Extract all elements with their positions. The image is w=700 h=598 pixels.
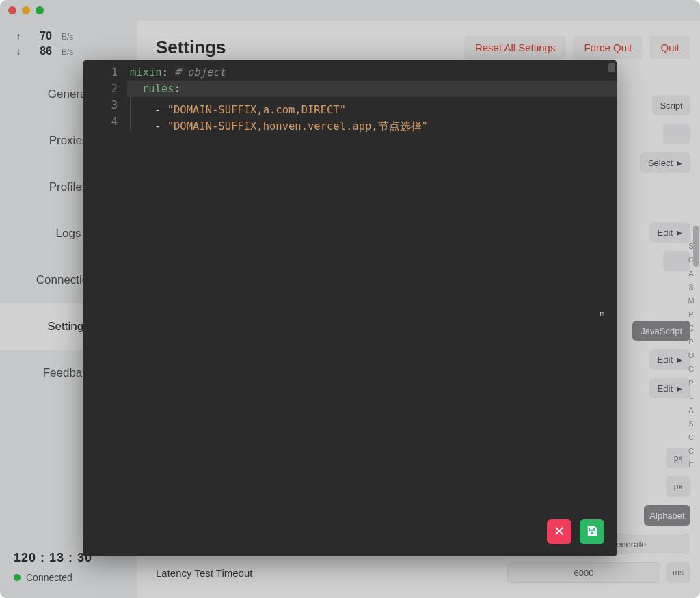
close-icon: [553, 525, 565, 539]
code-content[interactable]: mixin: # object rules: - "DOMAIN-SUFFIX,…: [127, 60, 617, 556]
code-line-active: rules:: [127, 81, 617, 97]
line-number-gutter: 1 2 3 4: [83, 60, 127, 556]
line-number: 4: [83, 113, 118, 130]
cancel-button[interactable]: [547, 519, 571, 544]
editor-scrollbar-thumb[interactable]: [608, 63, 615, 72]
code-line: - "DOMAIN-SUFFIX,honven.vercel.app,节点选择": [127, 113, 617, 130]
editor-actions: [547, 519, 604, 544]
editor-scrollbar[interactable]: [608, 63, 615, 515]
save-button[interactable]: [580, 519, 604, 544]
svg-rect-0: [590, 527, 593, 530]
svg-rect-1: [590, 531, 594, 534]
line-number: 3: [83, 97, 118, 113]
minimap-glyph: m: [600, 306, 604, 323]
code-editor-modal: 1 2 3 4 mixin: # object rules: - "DOMAIN…: [83, 60, 617, 556]
save-icon: [586, 525, 598, 539]
code-editor[interactable]: 1 2 3 4 mixin: # object rules: - "DOMAIN…: [83, 60, 617, 556]
code-line: - "DOMAIN-SUFFIX,a.com,DIRECT": [127, 97, 617, 113]
app-window: ↑ 70 B/s ↓ 86 B/s General Proxies Profil…: [0, 0, 700, 598]
code-line: mixin: # object: [127, 64, 617, 81]
line-number: 1: [83, 64, 118, 81]
line-number: 2: [83, 81, 118, 97]
